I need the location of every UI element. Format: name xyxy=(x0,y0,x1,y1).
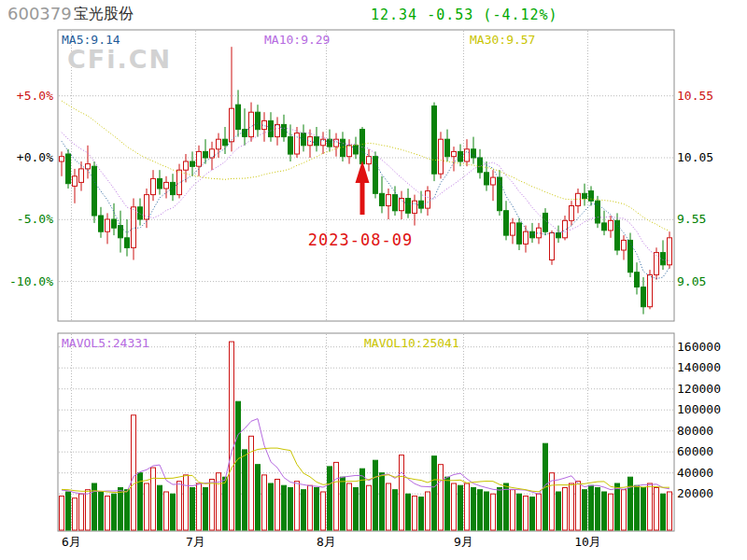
price-axis-left-tick: +0.0% xyxy=(0,150,53,165)
volume-axis-tick: 160000 xyxy=(677,340,721,355)
price-axis-left-tick: -10.0% xyxy=(0,274,53,289)
mavol10-legend: MAVOL10:25041 xyxy=(364,336,459,350)
volume-axis-tick: 80000 xyxy=(677,424,713,439)
price-axis-left-tick: +5.0% xyxy=(0,89,53,104)
price-quote: 12.34 -0.53 (-4.12%) xyxy=(371,7,558,23)
cfi-watermark: CFi.CN xyxy=(67,45,172,74)
price-axis-right-tick: 9.05 xyxy=(677,274,706,289)
volume-axis-tick: 140000 xyxy=(677,360,721,375)
ma30-legend: MA30:9.57 xyxy=(470,33,535,47)
x-axis-month-label: 10月 xyxy=(568,535,609,550)
ma10-legend: MA10:9.29 xyxy=(264,33,330,47)
volume-axis-tick: 100000 xyxy=(677,402,721,417)
stock-chart-page: 600379 宝光股份 12.34 -0.53 (-4.12%) MA5:9.1… xyxy=(0,0,747,560)
volume-axis-tick: 40000 xyxy=(677,466,713,481)
price-axis-left-tick: -5.0% xyxy=(0,212,53,227)
stock-code: 600379 xyxy=(7,4,72,23)
price-axis-right-tick: 9.55 xyxy=(677,212,706,227)
volume-axis-tick: 20000 xyxy=(677,486,713,501)
x-axis-month-label: 7月 xyxy=(176,535,217,550)
chart-canvas[interactable] xyxy=(0,0,747,560)
x-axis-month-label: 8月 xyxy=(306,535,347,550)
x-axis-month-label: 9月 xyxy=(444,535,485,550)
annotation-date: 2023-08-09 xyxy=(295,231,426,249)
x-axis-month-label: 6月 xyxy=(51,535,92,550)
mavol5-legend: MAVOL5:24331 xyxy=(62,336,149,350)
price-axis-right-tick: 10.05 xyxy=(677,150,713,165)
price-axis-right-tick: 10.55 xyxy=(677,89,713,104)
volume-axis-tick: 60000 xyxy=(677,444,713,459)
volume-axis-tick: 120000 xyxy=(677,382,721,397)
stock-name: 宝光股份 xyxy=(74,5,134,24)
